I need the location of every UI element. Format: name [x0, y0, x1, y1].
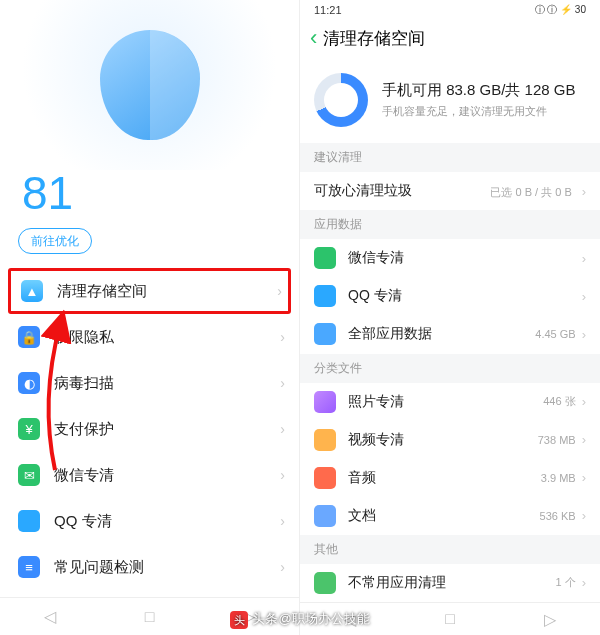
row-label: 文档 [348, 507, 540, 525]
system-navbar: ◁ □ ▷ [0, 597, 299, 635]
status-icons: ⓘ ⓘ ⚡ 30 [535, 3, 586, 17]
menu-privacy[interactable]: 🔒 权限隐私 › [0, 314, 299, 360]
row-meta: 446 张 [543, 394, 575, 409]
row-videos[interactable]: 视频专清 738 MB › [300, 421, 600, 459]
menu-label: 权限隐私 [54, 328, 280, 347]
shield-icon [100, 30, 200, 140]
rocket-icon: ▲ [21, 280, 43, 302]
chevron-right-icon: › [582, 327, 586, 342]
section-appdata: 应用数据 [300, 210, 600, 239]
nav-home[interactable]: □ [145, 608, 155, 626]
menu-faq[interactable]: ≡ 常见问题检测 › [0, 544, 299, 590]
menu-label: 微信专清 [54, 466, 280, 485]
row-label: 照片专清 [348, 393, 543, 411]
video-icon [314, 429, 336, 451]
row-label: 音频 [348, 469, 541, 487]
app-icon [314, 572, 336, 594]
menu-label: QQ 专清 [54, 512, 280, 531]
wechat-icon [314, 247, 336, 269]
menu-storage-cleanup[interactable]: ▲ 清理存储空间 › [8, 268, 291, 314]
row-all-app-data[interactable]: 全部应用数据 4.45 GB › [300, 315, 600, 353]
row-meta: 738 MB [538, 434, 576, 446]
status-bar: 11:21 ⓘ ⓘ ⚡ 30 [300, 0, 600, 19]
row-label: 可放心清理垃圾 [314, 182, 490, 200]
chevron-right-icon: › [280, 559, 285, 575]
chevron-right-icon: › [582, 184, 586, 199]
doc-icon [314, 505, 336, 527]
chevron-right-icon: › [280, 467, 285, 483]
storage-title: 手机可用 83.8 GB/共 128 GB [382, 81, 575, 100]
section-suggest: 建议清理 [300, 143, 600, 172]
nav-back[interactable]: ◁ [344, 610, 356, 629]
chevron-right-icon: › [280, 513, 285, 529]
nav-recent[interactable]: ▷ [243, 607, 255, 626]
header: ‹ 清理存储空间 [300, 19, 600, 57]
row-qq-clean[interactable]: QQ 专清 › [300, 277, 600, 315]
chevron-right-icon: › [582, 470, 586, 485]
row-label: 不常用应用清理 [348, 574, 555, 592]
nav-back[interactable]: ◁ [44, 607, 56, 626]
menu-pay-protection[interactable]: ¥ 支付保护 › [0, 406, 299, 452]
chevron-right-icon: › [582, 508, 586, 523]
audio-icon [314, 467, 336, 489]
system-navbar: ◁ □ ▷ [300, 602, 600, 635]
row-meta: 1 个 [555, 575, 575, 590]
storage-card[interactable]: 手机可用 83.8 GB/共 128 GB 手机容量充足，建议清理无用文件 [300, 57, 600, 143]
menu-label: 病毒扫描 [54, 374, 280, 393]
chevron-right-icon: › [280, 421, 285, 437]
chevron-right-icon: › [277, 283, 282, 299]
row-meta: 4.45 GB [535, 328, 575, 340]
row-safe-clean[interactable]: 可放心清理垃圾 已选 0 B / 共 0 B › [300, 172, 600, 210]
chevron-right-icon: › [582, 251, 586, 266]
row-label: 微信专清 [348, 249, 582, 267]
status-time: 11:21 [314, 4, 342, 16]
optimize-button[interactable]: 前往优化 [18, 228, 92, 254]
storage-sub: 手机容量充足，建议清理无用文件 [382, 104, 575, 119]
chevron-right-icon: › [582, 394, 586, 409]
chevron-right-icon: › [582, 432, 586, 447]
menu-label: 清理存储空间 [57, 282, 277, 301]
score: 81 [0, 170, 299, 216]
menu-wechat-clean[interactable]: ✉ 微信专清 › [0, 452, 299, 498]
row-audio[interactable]: 音频 3.9 MB › [300, 459, 600, 497]
nav-home[interactable]: □ [445, 610, 455, 628]
row-label: 视频专清 [348, 431, 538, 449]
nav-recent[interactable]: ▷ [544, 610, 556, 629]
chevron-right-icon: › [582, 289, 586, 304]
chevron-right-icon: › [582, 575, 586, 590]
pay-icon: ¥ [18, 418, 40, 440]
photo-icon [314, 391, 336, 413]
menu-qq-clean[interactable]: QQ 专清 › [0, 498, 299, 544]
back-button[interactable]: ‹ [310, 25, 317, 51]
row-photos[interactable]: 照片专清 446 张 › [300, 383, 600, 421]
row-meta: 536 KB [540, 510, 576, 522]
chevron-right-icon: › [280, 375, 285, 391]
all-icon [314, 323, 336, 345]
shield-zone [0, 0, 299, 170]
section-files: 分类文件 [300, 354, 600, 383]
row-wechat-clean[interactable]: 微信专清 › [300, 239, 600, 277]
row-docs[interactable]: 文档 536 KB › [300, 497, 600, 535]
chevron-right-icon: › [280, 329, 285, 345]
row-meta: 3.9 MB [541, 472, 576, 484]
qq-icon [18, 510, 40, 532]
row-meta: 已选 0 B / 共 0 B [490, 186, 571, 198]
page-title: 清理存储空间 [323, 27, 425, 50]
row-unused-apps[interactable]: 不常用应用清理 1 个 › [300, 564, 600, 602]
menu-label: 支付保护 [54, 420, 280, 439]
wechat-icon: ✉ [18, 464, 40, 486]
section-other: 其他 [300, 535, 600, 564]
row-label: QQ 专清 [348, 287, 582, 305]
menu-virus-scan[interactable]: ◐ 病毒扫描 › [0, 360, 299, 406]
list-icon: ≡ [18, 556, 40, 578]
lock-icon: 🔒 [18, 326, 40, 348]
virus-icon: ◐ [18, 372, 40, 394]
storage-pie-icon [314, 73, 368, 127]
row-label: 全部应用数据 [348, 325, 535, 343]
qq-icon [314, 285, 336, 307]
menu-label: 常见问题检测 [54, 558, 280, 577]
